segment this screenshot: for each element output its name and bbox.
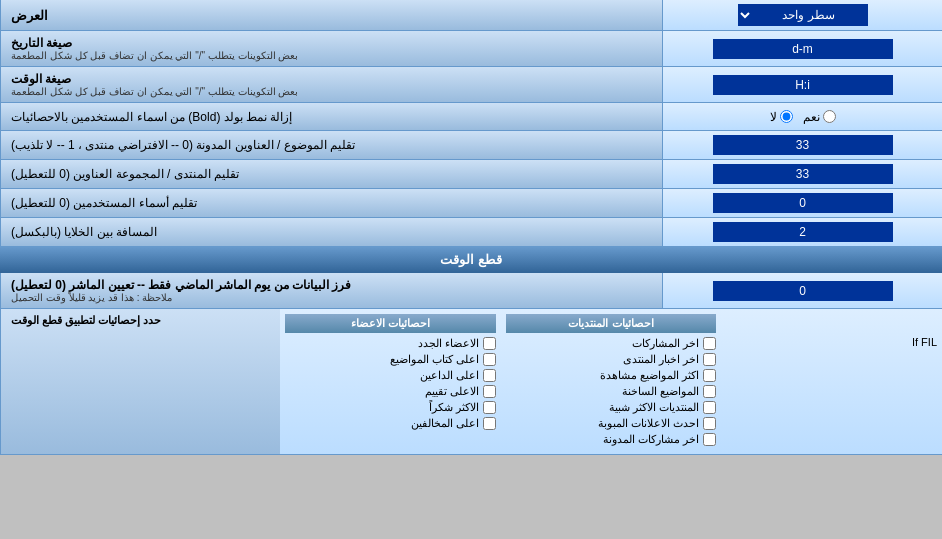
filter-input[interactable]: 0 — [713, 281, 893, 301]
forum-address-input[interactable]: 33 — [713, 164, 893, 184]
topic-address-label: تقليم الموضوع / العناوين المدونة (0 -- ا… — [11, 138, 355, 152]
member-stats-item-2: اعلى كتاب المواضيع — [285, 353, 496, 366]
forum-stats-item-1: اخر المشاركات — [506, 337, 717, 350]
date-format-input[interactable]: d-m — [713, 39, 893, 59]
forum-stats-item-4: المواضيع الساخنة — [506, 385, 717, 398]
cutoff-section-header: قطع الوقت — [0, 247, 942, 273]
username-trim-input[interactable]: 0 — [713, 193, 893, 213]
topic-address-input[interactable]: 33 — [713, 135, 893, 155]
member-stats-item-6: اعلى المخالفين — [285, 417, 496, 430]
time-format-sublabel: بعض التكوينات يتطلب "/" التي يمكن ان تضا… — [11, 86, 298, 97]
bold-remove-no[interactable]: لا — [770, 110, 793, 124]
forum-stats-item-5: المنتديات الاكثر شبية — [506, 401, 717, 414]
cutoff-limit-label: حدد إحصائيات لتطبيق قطع الوقت — [11, 314, 161, 327]
filter-label: فرز البيانات من يوم الماشر الماضي فقط --… — [11, 278, 351, 292]
bold-remove-yes[interactable]: نعم — [803, 110, 836, 124]
filter-note: ملاحظة : هذا قد يزيد قليلاً وقت التحميل — [11, 292, 172, 303]
date-format-sublabel: بعض التكوينات يتطلب "/" التي يمكن ان تضا… — [11, 50, 298, 61]
forum-address-label: تقليم المنتدى / المجموعة العناوين (0 للت… — [11, 167, 239, 181]
forum-stats-item-3: اكثر المواضيع مشاهدة — [506, 369, 717, 382]
cell-spacing-input[interactable]: 2 — [713, 222, 893, 242]
cell-spacing-label: المسافة بين الخلايا (بالبكسل) — [11, 225, 157, 239]
member-stats-item-1: الاعضاء الجدد — [285, 337, 496, 350]
if-fil-text: If FIL — [726, 336, 937, 348]
forum-stats-item-6: احدث الاعلانات المبوبة — [506, 417, 717, 430]
page-title: العرض — [11, 8, 48, 23]
date-format-label: صيغة التاريخ — [11, 36, 72, 50]
member-stats-item-4: الاعلى تقييم — [285, 385, 496, 398]
username-trim-label: تقليم أسماء المستخدمين (0 للتعطيل) — [11, 196, 197, 210]
bold-remove-radio: نعم لا — [770, 110, 836, 124]
single-line-select[interactable]: سطر واحد — [738, 4, 868, 26]
bold-remove-label: إزالة نمط بولد (Bold) من اسماء المستخدمي… — [11, 110, 292, 124]
member-stats-header: احصائيات الاعضاء — [285, 314, 496, 333]
forum-stats-item-2: اخر اخبار المنتدى — [506, 353, 717, 366]
member-stats-item-3: اعلى الداعين — [285, 369, 496, 382]
time-format-label: صيغة الوقت — [11, 72, 71, 86]
forum-stats-item-7: اخر مشاركات المدونة — [506, 433, 717, 446]
time-format-input[interactable]: H:i — [713, 75, 893, 95]
forum-stats-header: احصائيات المنتديات — [506, 314, 717, 333]
member-stats-item-5: الاكثر شكراً — [285, 401, 496, 414]
